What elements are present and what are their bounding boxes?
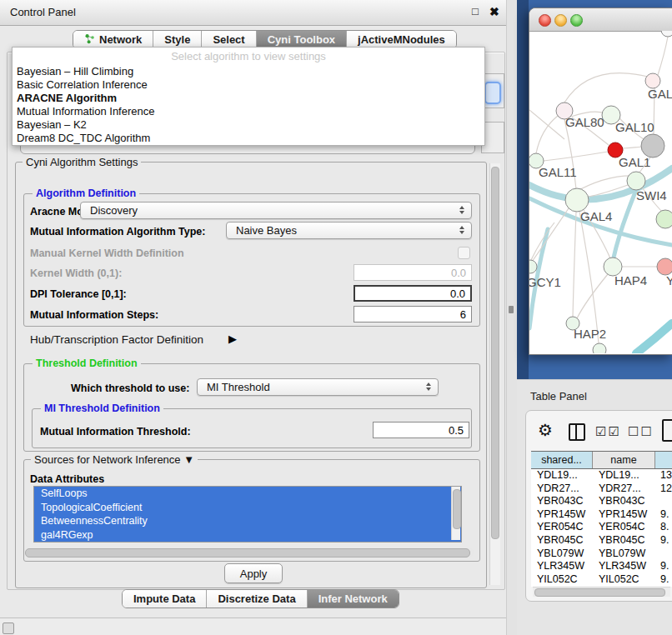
desktop-edge bbox=[517, 0, 529, 379]
table-row[interactable]: YBR043C YBR043C bbox=[531, 495, 672, 508]
list-item-topologicalcoefficient[interactable]: TopologicalCoefficient bbox=[34, 501, 461, 515]
close-traffic-light[interactable] bbox=[539, 14, 551, 27]
mi-threshold-definition-title: MI Threshold Definition bbox=[41, 402, 163, 414]
select-all-checkboxes-icon[interactable]: ☑☑ bbox=[595, 424, 621, 439]
tab-select[interactable]: Select bbox=[202, 31, 256, 48]
table-row[interactable]: YPR145W YPR145W 9. bbox=[531, 508, 672, 522]
window-title: Control Panel bbox=[10, 6, 76, 18]
aracne-mode-combo[interactable]: Discovery bbox=[80, 202, 472, 219]
settings-vertical-scrollbar[interactable] bbox=[489, 163, 500, 585]
which-threshold-label: Which threshold to use: bbox=[71, 382, 189, 394]
network-canvas[interactable]: GAL GAL80 GAL10 GAL1 GAL11 SWI4 GAL4 GCY… bbox=[529, 31, 672, 353]
settings-vscrollbar-thumb[interactable] bbox=[491, 167, 499, 539]
table-row[interactable]: YER054C YER054C 8. bbox=[531, 521, 672, 534]
apply-button[interactable]: Apply bbox=[224, 563, 283, 583]
list-item-gal4rgexp[interactable]: gal4RGexp bbox=[34, 528, 461, 542]
expand-triangle-icon[interactable]: ▶ bbox=[228, 332, 237, 345]
network-node[interactable] bbox=[661, 31, 672, 37]
table-row[interactable]: YDR27... YDR27... 12 bbox=[531, 482, 672, 496]
list-item-betweennesscentrality[interactable]: BetweennessCentrality bbox=[34, 514, 461, 528]
sources-title: Sources for Network Inference ▼ bbox=[31, 453, 198, 466]
network-node-right-green[interactable] bbox=[656, 210, 672, 228]
table-hscrollbar-thumb[interactable] bbox=[534, 588, 665, 597]
list-item-selfloops[interactable]: SelfLoops bbox=[34, 487, 461, 501]
mi-steps-field[interactable] bbox=[354, 306, 472, 322]
hub-definition-label[interactable]: Hub/Transcription Factor Definition bbox=[30, 333, 203, 346]
network-window-titlebar[interactable] bbox=[529, 8, 672, 32]
table-row[interactable]: YIL052C YIL052C 9. bbox=[531, 573, 672, 587]
dropdown-item-aracne[interactable]: ARACNE Algorithm bbox=[13, 92, 484, 105]
mi-steps-label: Mutual Information Steps: bbox=[30, 309, 158, 321]
columns-icon[interactable] bbox=[569, 423, 585, 441]
node-label: GAL4 bbox=[580, 209, 612, 223]
network-node-right-pink[interactable] bbox=[657, 258, 672, 275]
combo-arrows-icon bbox=[459, 226, 464, 234]
dropdown-item-bayesian-hill[interactable]: Bayesian – Hill Climbing bbox=[13, 65, 484, 78]
table-row[interactable]: YDL19... YDL19... 13 bbox=[531, 469, 672, 482]
network-node-bottom[interactable] bbox=[593, 343, 606, 353]
attributes-list-scrollbar[interactable] bbox=[451, 487, 460, 540]
table-row[interactable]: YBL079W YBL079W bbox=[531, 548, 672, 561]
sources-hscrollbar-thumb[interactable] bbox=[25, 548, 470, 558]
tab-jactivemnodules[interactable]: jActiveMNodules bbox=[347, 31, 456, 48]
kernel-width-label: Kernel Width (0,1): bbox=[30, 268, 122, 279]
table-panel: Table Panel ⚙ ☑☑ ☐☐ shared... name YDL19… bbox=[517, 379, 672, 635]
column-header-name[interactable]: name bbox=[593, 452, 655, 468]
column-header-shared[interactable]: shared... bbox=[531, 452, 593, 468]
zoom-traffic-light[interactable] bbox=[570, 14, 583, 27]
attributes-list-scrollbar-thumb[interactable] bbox=[453, 489, 461, 529]
table-row[interactable]: YBR045C YBR045C 9. bbox=[531, 534, 672, 548]
dropdown-item-mutual-information[interactable]: Mutual Information Inference bbox=[13, 105, 484, 118]
network-node-gcy1[interactable] bbox=[529, 260, 537, 273]
tab-impute-data[interactable]: Impute Data bbox=[123, 590, 207, 608]
settings-group-title: Cyni Algorithm Settings bbox=[23, 156, 141, 168]
minimize-traffic-light[interactable] bbox=[554, 14, 567, 27]
network-node-swi4[interactable] bbox=[627, 172, 645, 190]
dpi-tolerance-field[interactable] bbox=[354, 285, 472, 302]
tab-cyni-toolbox[interactable]: Cyni Toolbox bbox=[257, 31, 347, 48]
dropdown-item-basic-correlation[interactable]: Basic Correlation Inference bbox=[13, 78, 484, 92]
node-label: GAL80 bbox=[565, 115, 604, 129]
focused-spinner-button[interactable] bbox=[484, 82, 501, 104]
tab-network[interactable]: Network bbox=[73, 31, 153, 48]
node-label: SWI4 bbox=[636, 188, 667, 202]
mi-threshold-field[interactable] bbox=[373, 422, 469, 438]
manual-kernel-checkbox bbox=[458, 247, 470, 259]
node-label: GAL1 bbox=[619, 155, 650, 169]
float-window-icon[interactable]: □ bbox=[472, 5, 479, 18]
dropdown-item-bayesian-k2[interactable]: Bayesian – K2 bbox=[13, 118, 484, 132]
panel-resize-handle-icon[interactable] bbox=[509, 306, 514, 313]
node-label: GAL10 bbox=[615, 120, 654, 134]
dropdown-placeholder: Select algorithm to view settings bbox=[13, 48, 484, 65]
data-attributes-list: SelfLoops TopologicalCoefficient Between… bbox=[33, 486, 462, 542]
gear-icon[interactable]: ⚙ bbox=[538, 420, 553, 440]
table-row[interactable]: YLR345W YLR345W 9. bbox=[531, 560, 672, 573]
column-header-partial[interactable] bbox=[655, 452, 672, 468]
tab-style[interactable]: Style bbox=[153, 31, 202, 48]
network-node-gray[interactable] bbox=[641, 134, 664, 158]
collapsed-panel-icon[interactable] bbox=[3, 622, 14, 634]
algorithm-definition-title: Algorithm Definition bbox=[33, 188, 139, 199]
control-panel-window: Control Panel □ ✖ Network Style Select C… bbox=[0, 0, 506, 618]
network-node-gal4[interactable] bbox=[565, 188, 589, 212]
bottom-tab-bar: Impute Data Discretize Data Infer Networ… bbox=[122, 589, 399, 608]
panel-divider[interactable] bbox=[506, 0, 518, 635]
deselect-all-checkboxes-icon[interactable]: ☐☐ bbox=[628, 424, 654, 439]
tab-infer-network[interactable]: Infer Network bbox=[308, 590, 399, 608]
which-threshold-combo[interactable]: MI Threshold bbox=[197, 378, 439, 396]
threshold-definition-title: Threshold Definition bbox=[33, 358, 141, 369]
algorithm-dropdown-popup: Select algorithm to view settings Bayesi… bbox=[12, 47, 485, 146]
node-label: HAP2 bbox=[574, 327, 606, 341]
tab-discretize-data[interactable]: Discretize Data bbox=[207, 590, 307, 608]
table-function-icon[interactable] bbox=[662, 419, 672, 442]
mi-type-combo[interactable]: Naive Bayes bbox=[226, 222, 472, 239]
node-label: GAL11 bbox=[539, 165, 577, 179]
control-panel-titlebar: Control Panel □ ✖ bbox=[0, 0, 506, 26]
sources-horizontal-scrollbar[interactable] bbox=[25, 548, 474, 558]
close-window-icon[interactable]: ✖ bbox=[489, 5, 499, 18]
node-label: GCY1 bbox=[529, 275, 561, 289]
table-horizontal-scrollbar[interactable] bbox=[533, 587, 670, 597]
dropdown-item-dream8[interactable]: Dream8 DC_TDC Algorithm bbox=[13, 132, 484, 145]
collapse-triangle-icon[interactable]: ▼ bbox=[183, 453, 194, 466]
mi-threshold-label: Mutual Information Threshold: bbox=[40, 426, 191, 438]
